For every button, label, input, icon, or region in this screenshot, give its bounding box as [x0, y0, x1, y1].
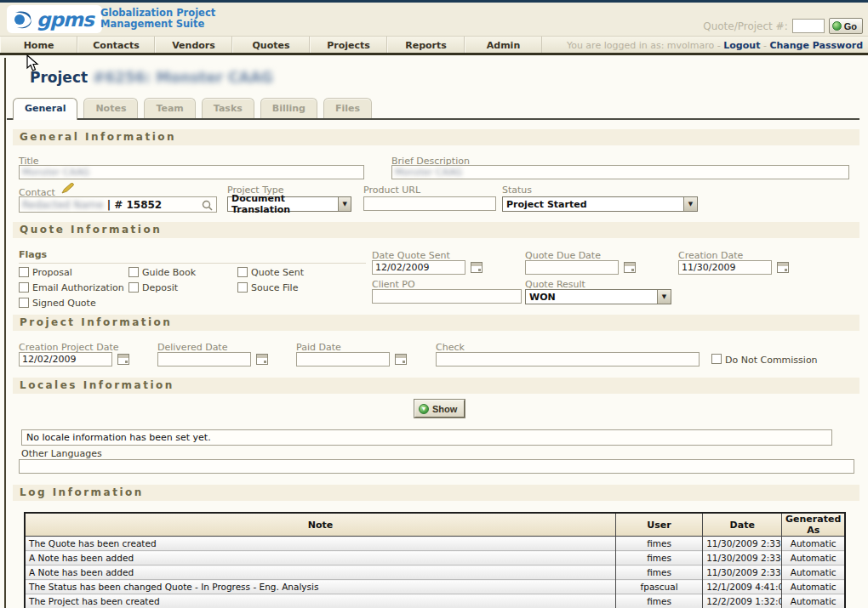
quote-due-date-calendar-icon[interactable]: [624, 262, 636, 273]
log-user: fimes: [615, 537, 702, 551]
brief-description-value-redacted: Monster CAAG: [395, 167, 462, 178]
other-languages-label: Other Languages: [21, 448, 102, 459]
nav-item-contacts[interactable]: Contacts: [77, 37, 155, 53]
client-po-input[interactable]: [372, 289, 522, 304]
flag-proposal-label: Proposal: [32, 267, 72, 278]
log-date: 12/1/2009 4:41:00 PM: [703, 580, 782, 594]
gpms-logo[interactable]: gpms: [7, 5, 102, 33]
flag-proposal-checkbox[interactable]: [19, 267, 29, 277]
nav-item-admin[interactable]: Admin: [465, 37, 542, 53]
creation-date-calendar-icon[interactable]: [777, 262, 789, 273]
tab-team[interactable]: Team: [144, 98, 195, 118]
flag-signed-quote: Signed Quote: [19, 297, 128, 309]
nav-item-projects[interactable]: Projects: [310, 37, 387, 53]
edit-pencil-icon[interactable]: [61, 183, 75, 194]
contact-search-icon[interactable]: [202, 200, 213, 211]
do-not-commission-checkbox[interactable]: [711, 354, 722, 364]
flag-souce-file: Souce File: [237, 281, 366, 293]
flag-email-authorization-label: Email Authorization: [32, 282, 124, 293]
flags-label: Flags: [19, 249, 366, 264]
change-password-link[interactable]: Change Password: [769, 40, 863, 51]
delivered-date-calendar-icon[interactable]: [256, 354, 268, 365]
flag-quote-sent: Quote Sent: [237, 266, 366, 278]
status-value: Project Started: [506, 199, 587, 210]
log-generated-as: Automatic: [782, 580, 845, 594]
flag-email-authorization: Email Authorization: [19, 281, 128, 293]
product-url-label: Product URL: [363, 185, 420, 196]
flag-signed-quote-checkbox[interactable]: [19, 298, 29, 308]
tagline-line2: Management Suite: [100, 19, 215, 30]
log-col-note: Note: [25, 513, 615, 537]
flag-deposit-checkbox[interactable]: [128, 282, 139, 293]
quote-result-select[interactable]: WON ▼: [525, 289, 671, 304]
log-col-date: Date: [703, 513, 782, 537]
nav-item-reports[interactable]: Reports: [387, 37, 465, 53]
contact-number: | # 15852: [107, 199, 163, 211]
flag-quote-sent-label: Quote Sent: [251, 267, 304, 278]
logout-link[interactable]: Logout: [723, 40, 760, 51]
log-user: fimes: [615, 551, 702, 565]
section-quote-information: Quote Information: [13, 222, 859, 238]
date-quote-sent-input[interactable]: [372, 260, 465, 275]
nav-item-quotes[interactable]: Quotes: [232, 37, 310, 53]
log-table: Note User Date Generated As The Quote ha…: [24, 512, 846, 608]
flag-guide-book-checkbox[interactable]: [128, 267, 139, 277]
quote-project-label: Quote/Project #:: [703, 20, 788, 32]
go-button[interactable]: Go: [829, 18, 863, 34]
brief-description-input[interactable]: Monster CAAG: [391, 165, 849, 179]
tab-billing[interactable]: Billing: [260, 98, 317, 118]
show-button[interactable]: ▼ Show: [414, 400, 465, 418]
nav-item-vendors[interactable]: Vendors: [155, 37, 232, 53]
flag-deposit-label: Deposit: [142, 282, 178, 293]
flag-souce-file-label: Souce File: [251, 282, 298, 293]
title-input[interactable]: Monster CAAG: [19, 165, 364, 179]
tab-notes[interactable]: Notes: [83, 98, 138, 118]
log-date: 12/2/2009 1:32:00 PM: [703, 594, 782, 608]
mouse-cursor: [26, 54, 39, 72]
log-note: The Quote has been created: [25, 537, 615, 551]
quote-due-date-input[interactable]: [525, 260, 619, 275]
log-date: 11/30/2009 2:33:00 PM: [703, 565, 782, 580]
status-select[interactable]: Project Started ▼: [502, 196, 698, 212]
other-languages-input[interactable]: [19, 459, 854, 474]
quote-project-input[interactable]: [792, 19, 825, 33]
contact-name-redacted: Redacted Name: [22, 199, 104, 211]
flags-group: Proposal Guide Book Quote Sent Email Aut…: [19, 266, 366, 309]
top-header: gpms Globalization Project Management Su…: [0, 3, 868, 36]
do-not-commission-label: Do Not Commission: [725, 355, 818, 366]
nav-item-home[interactable]: Home: [0, 37, 77, 53]
creation-project-date-input[interactable]: [19, 352, 112, 367]
project-type-value: Document Translation: [231, 193, 338, 215]
section-locales-information: Locales Information: [13, 378, 859, 394]
locale-empty-message: No locale information has been set yet.: [21, 429, 832, 446]
paid-date-calendar-icon[interactable]: [395, 354, 407, 365]
log-table-row: A Note has been added fimes 11/30/2009 2…: [25, 551, 845, 565]
tab-files[interactable]: Files: [323, 98, 372, 118]
paid-date-input[interactable]: [296, 352, 390, 367]
contact-input[interactable]: Redacted Name | # 15852: [19, 196, 217, 213]
log-generated-as: Automatic: [782, 551, 845, 565]
check-input[interactable]: [436, 352, 700, 367]
log-col-generated-as: Generated As: [782, 513, 845, 537]
log-col-user: User: [615, 513, 702, 537]
delivered-date-input[interactable]: [157, 352, 251, 367]
creation-project-date-calendar-icon[interactable]: [117, 354, 129, 365]
project-type-select[interactable]: Document Translation ▼: [227, 196, 351, 212]
project-type-dropdown-arrow-icon[interactable]: ▼: [338, 197, 351, 211]
status-label: Status: [502, 185, 532, 196]
flag-souce-file-checkbox[interactable]: [237, 282, 248, 293]
log-generated-as: Automatic: [782, 594, 845, 608]
flag-email-authorization-checkbox[interactable]: [19, 282, 29, 293]
app-screen: gpms Globalization Project Management Su…: [0, 0, 868, 608]
flag-signed-quote-label: Signed Quote: [32, 298, 96, 309]
quote-result-dropdown-arrow-icon[interactable]: ▼: [657, 290, 671, 304]
log-generated-as: Automatic: [782, 565, 845, 580]
creation-date-input[interactable]: [678, 260, 772, 275]
status-dropdown-arrow-icon[interactable]: ▼: [683, 197, 697, 211]
page-title: Project #6256: Monster CAAG: [30, 69, 273, 86]
tab-tasks[interactable]: Tasks: [202, 98, 254, 118]
tab-general[interactable]: General: [13, 98, 77, 120]
date-quote-sent-calendar-icon[interactable]: [471, 262, 483, 273]
product-url-input[interactable]: [363, 196, 496, 211]
flag-quote-sent-checkbox[interactable]: [237, 267, 248, 277]
